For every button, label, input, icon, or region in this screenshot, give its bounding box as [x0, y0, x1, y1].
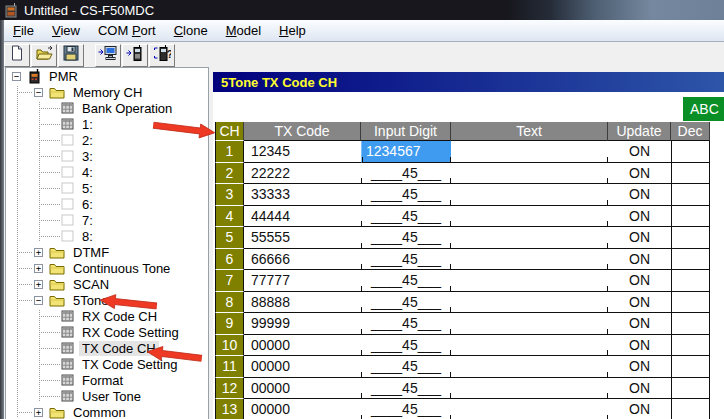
- input-digit-cell[interactable]: ____45___: [361, 163, 451, 185]
- ch-cell[interactable]: 7: [215, 270, 244, 292]
- text-cell[interactable]: [451, 227, 608, 249]
- update-cell[interactable]: ON: [608, 184, 671, 206]
- clone-read-button[interactable]: [95, 44, 121, 67]
- ch-cell[interactable]: 2: [215, 163, 244, 185]
- tree-item-label[interactable]: User Tone: [79, 389, 144, 404]
- dec-cell[interactable]: [671, 335, 710, 357]
- tree-item-memory-ch[interactable]: −Memory CH: [6, 84, 208, 100]
- tree-item-format[interactable]: Format: [6, 372, 208, 388]
- update-cell[interactable]: ON: [608, 141, 671, 163]
- menu-view[interactable]: View: [43, 21, 89, 41]
- tree-item-8[interactable]: 8:: [6, 228, 208, 244]
- text-cell[interactable]: [451, 184, 608, 206]
- input-digit-cell[interactable]: ____45___: [361, 335, 451, 357]
- dec-cell[interactable]: [671, 378, 710, 400]
- update-cell[interactable]: ON: [608, 399, 671, 419]
- text-cell[interactable]: [451, 313, 608, 335]
- update-cell[interactable]: ON: [608, 335, 671, 357]
- update-cell[interactable]: ON: [608, 249, 671, 271]
- tree-expander-expand-icon[interactable]: +: [34, 408, 43, 417]
- tree-item-label[interactable]: Memory CH: [70, 85, 145, 100]
- menu-clone[interactable]: Clone: [165, 21, 217, 41]
- ch-cell[interactable]: 9: [215, 313, 244, 335]
- text-cell[interactable]: [451, 163, 608, 185]
- tree-item-5[interactable]: 5:: [6, 180, 208, 196]
- open-file-button[interactable]: [31, 44, 57, 67]
- tx-code-cell[interactable]: 55555: [244, 227, 361, 249]
- ch-cell[interactable]: 10: [215, 335, 244, 357]
- tree-item-label[interactable]: 4:: [79, 165, 96, 180]
- tx-code-cell[interactable]: 77777: [244, 270, 361, 292]
- update-cell[interactable]: ON: [608, 163, 671, 185]
- tx-code-cell[interactable]: 99999: [244, 313, 361, 335]
- tree-expander-expand-icon[interactable]: +: [34, 248, 43, 257]
- input-digit-cell[interactable]: ____45___: [361, 313, 451, 335]
- tx-code-cell[interactable]: 22222: [244, 163, 361, 185]
- tree-item-label[interactable]: PMR: [46, 69, 81, 84]
- tree-item-label[interactable]: 8:: [79, 229, 96, 244]
- tree-item-dtmf[interactable]: +DTMF: [6, 244, 208, 260]
- input-digit-cell[interactable]: ____45___: [361, 378, 451, 400]
- tx-code-cell[interactable]: 33333: [244, 184, 361, 206]
- tree-item-3[interactable]: 3:: [6, 148, 208, 164]
- menu-file[interactable]: File: [4, 21, 43, 41]
- tx-code-cell[interactable]: 66666: [244, 249, 361, 271]
- ch-cell[interactable]: 6: [215, 249, 244, 271]
- ch-cell[interactable]: 4: [215, 206, 244, 228]
- dec-cell[interactable]: [671, 184, 710, 206]
- tree-item-7[interactable]: 7:: [6, 212, 208, 228]
- input-digit-cell[interactable]: ____45___: [361, 399, 451, 419]
- text-cell[interactable]: [451, 292, 608, 314]
- abc-button[interactable]: ABC: [683, 97, 724, 121]
- ch-cell[interactable]: 1: [215, 141, 244, 163]
- dec-cell[interactable]: [671, 313, 710, 335]
- tree-expander-collapse-icon[interactable]: −: [34, 296, 43, 305]
- dec-cell[interactable]: [671, 356, 710, 378]
- dec-cell[interactable]: [671, 292, 710, 314]
- tree-item-label[interactable]: RX Code Setting: [79, 325, 182, 340]
- tree-expander-collapse-icon[interactable]: −: [34, 88, 43, 97]
- tree-item-label[interactable]: Continuous Tone: [70, 261, 173, 276]
- input-digit-cell[interactable]: ____45___: [361, 206, 451, 228]
- tree-item-bank-operation[interactable]: Bank Operation: [6, 100, 208, 116]
- dec-cell[interactable]: [671, 270, 710, 292]
- tree-item-scan[interactable]: +SCAN: [6, 276, 208, 292]
- tree-item-label[interactable]: 1:: [79, 117, 96, 132]
- tx-code-cell[interactable]: 12345: [244, 141, 361, 163]
- tree-item-label[interactable]: 7:: [79, 213, 96, 228]
- tree-expander-collapse-icon[interactable]: −: [12, 72, 21, 81]
- tree-item-label[interactable]: SCAN: [70, 277, 112, 292]
- input-digit-cell[interactable]: ____45___: [361, 270, 451, 292]
- update-cell[interactable]: ON: [608, 378, 671, 400]
- clone-info-button[interactable]: ?: [149, 44, 175, 67]
- update-cell[interactable]: ON: [608, 313, 671, 335]
- tree-item-label[interactable]: Bank Operation: [79, 101, 175, 116]
- text-cell[interactable]: [451, 399, 608, 419]
- ch-cell[interactable]: 12: [215, 378, 244, 400]
- update-cell[interactable]: ON: [608, 292, 671, 314]
- tx-code-cell[interactable]: 88888: [244, 292, 361, 314]
- text-cell[interactable]: [451, 356, 608, 378]
- tree-expander-expand-icon[interactable]: +: [34, 280, 43, 289]
- input-digit-cell[interactable]: 1234567: [361, 141, 451, 163]
- tree-expander-expand-icon[interactable]: +: [34, 264, 43, 273]
- update-cell[interactable]: ON: [608, 270, 671, 292]
- input-digit-cell[interactable]: ____45___: [361, 356, 451, 378]
- text-cell[interactable]: [451, 206, 608, 228]
- tx-code-cell[interactable]: 44444: [244, 206, 361, 228]
- ch-cell[interactable]: 3: [215, 184, 244, 206]
- tx-code-cell[interactable]: 00000: [244, 399, 361, 419]
- text-cell[interactable]: [451, 270, 608, 292]
- menu-com-port[interactable]: COM Port: [89, 21, 165, 41]
- tree-item-4[interactable]: 4:: [6, 164, 208, 180]
- tree-item-6[interactable]: 6:: [6, 196, 208, 212]
- menu-help[interactable]: Help: [270, 21, 315, 41]
- tree-item-label[interactable]: 5:: [79, 181, 96, 196]
- tree-item-label[interactable]: 2:: [79, 133, 96, 148]
- input-digit-cell[interactable]: ____45___: [361, 249, 451, 271]
- menu-model[interactable]: Model: [217, 21, 270, 41]
- update-cell[interactable]: ON: [608, 356, 671, 378]
- tree-item-common[interactable]: +Common: [6, 404, 208, 419]
- dec-cell[interactable]: [671, 206, 710, 228]
- update-cell[interactable]: ON: [608, 206, 671, 228]
